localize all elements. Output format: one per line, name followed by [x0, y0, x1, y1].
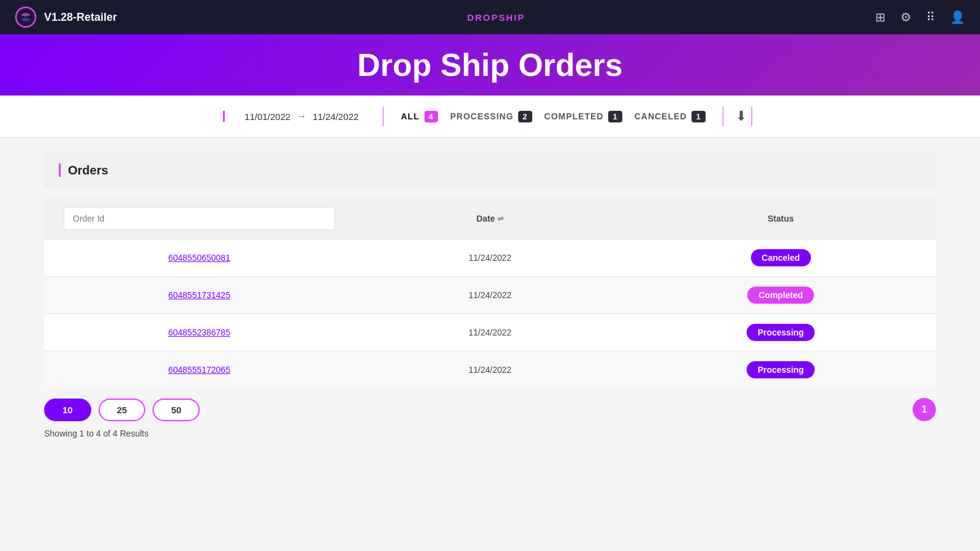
nav-center-label: DROPSHIP — [467, 12, 525, 23]
showing-text: Showing 1 to 4 of 4 Results — [44, 429, 936, 438]
status-badge: Completed — [747, 287, 813, 304]
table-body: 6048550650081 11/24/2022 Canceled 604855… — [44, 239, 936, 388]
cell-status: Canceled — [635, 239, 926, 276]
filter-tab-processing[interactable]: PROCESSING 2 — [450, 111, 532, 122]
per-page-50-button[interactable]: 50 — [153, 399, 200, 421]
top-navigation: V1.28-Retailer DROPSHIP ⊞ ⚙ ⠿ 👤 — [0, 0, 980, 34]
settings-icon[interactable]: ⚙ — [900, 10, 911, 24]
date-range-filter: 11/01/2022 → 11/24/2022 — [223, 111, 378, 122]
per-page-25-button[interactable]: 25 — [99, 399, 146, 421]
page-1-button[interactable]: 1 — [913, 398, 936, 421]
date-to[interactable]: 11/24/2022 — [312, 111, 358, 122]
nav-left: V1.28-Retailer — [15, 6, 117, 28]
filter-badge-canceled: 1 — [692, 111, 705, 122]
filter-badge-completed: 1 — [608, 111, 622, 122]
column-date: Date ⇌ — [345, 198, 636, 239]
column-status: Status — [635, 198, 926, 239]
cell-order-id: 6048552386785 — [54, 318, 345, 347]
filter-tab-all-label: ALL — [401, 111, 419, 121]
arrow-icon: → — [296, 111, 306, 122]
cell-date: 11/24/2022 — [345, 243, 636, 272]
main-content: Orders Date ⇌ Status 6048550650081 11/24… — [0, 138, 980, 453]
cell-status: Processing — [635, 314, 926, 351]
filter-tabs: ALL 4 PROCESSING 2 COMPLETED 1 CANCELED … — [388, 111, 717, 122]
cell-date: 11/24/2022 — [345, 318, 636, 347]
per-page-10-button[interactable]: 10 — [44, 399, 91, 421]
orders-panel-title: Orders — [59, 163, 108, 177]
table-header: Date ⇌ Status — [44, 198, 936, 239]
nav-right: ⊞ ⚙ ⠿ 👤 — [875, 10, 965, 24]
order-id-search-input[interactable] — [64, 207, 335, 230]
pagination-row: 10 25 50 1 — [44, 388, 936, 424]
order-id-link[interactable]: 6048555172065 — [168, 365, 230, 375]
filter-tab-processing-label: PROCESSING — [450, 111, 513, 121]
page-numbers: 1 — [913, 398, 936, 421]
status-badge: Processing — [747, 324, 815, 341]
table-row: 6048551731425 11/24/2022 Completed — [44, 276, 936, 313]
cell-order-id: 6048555172065 — [54, 355, 345, 384]
filter-tab-canceled-label: CANCELED — [635, 111, 687, 121]
svg-point-0 — [16, 7, 36, 27]
cell-date: 11/24/2022 — [345, 355, 636, 384]
cell-date: 11/24/2022 — [345, 280, 636, 310]
download-icon[interactable]: ⬇ — [736, 108, 747, 124]
logo-icon — [15, 6, 37, 28]
filter-tab-canceled[interactable]: CANCELED 1 — [635, 111, 706, 122]
page-header: Drop Ship Orders — [0, 34, 980, 96]
filter-tab-all[interactable]: ALL 4 — [401, 111, 437, 122]
filter-separator-2 — [723, 107, 723, 126]
filter-badge-processing: 2 — [518, 111, 532, 122]
date-from[interactable]: 11/01/2022 — [244, 111, 290, 122]
page-title: Drop Ship Orders — [357, 47, 622, 83]
filter-badge-all: 4 — [424, 111, 438, 122]
apps-icon[interactable]: ⠿ — [926, 10, 935, 24]
table-row: 6048552386785 11/24/2022 Processing — [44, 313, 936, 351]
filter-separator-3 — [752, 107, 752, 126]
order-id-link[interactable]: 6048550650081 — [168, 253, 230, 263]
per-page-buttons: 10 25 50 — [44, 399, 200, 421]
user-icon[interactable]: 👤 — [950, 10, 965, 24]
status-badge: Canceled — [751, 249, 811, 266]
order-id-link[interactable]: 6048552386785 — [168, 328, 230, 337]
table-row: 6048550650081 11/24/2022 Canceled — [44, 239, 936, 276]
filter-separator — [383, 107, 383, 126]
per-page-left: 10 25 50 — [44, 399, 200, 421]
table-row: 6048555172065 11/24/2022 Processing — [44, 351, 936, 388]
orders-table: Date ⇌ Status 6048550650081 11/24/2022 C… — [44, 198, 936, 388]
cell-order-id: 6048550650081 — [54, 243, 345, 272]
filters-bar: 11/01/2022 → 11/24/2022 ALL 4 PROCESSING… — [0, 96, 980, 138]
cell-status: Completed — [635, 277, 926, 313]
filter-tab-completed[interactable]: COMPLETED 1 — [545, 111, 622, 122]
order-id-link[interactable]: 6048551731425 — [168, 290, 230, 300]
app-title: V1.28-Retailer — [44, 11, 117, 24]
date-sort-icon[interactable]: ⇌ — [497, 214, 503, 223]
filter-tab-completed-label: COMPLETED — [545, 111, 604, 121]
column-order-id — [54, 198, 345, 239]
orders-panel: Orders — [44, 152, 936, 189]
table-icon[interactable]: ⊞ — [875, 10, 886, 24]
status-badge: Processing — [747, 361, 815, 378]
cell-order-id: 6048551731425 — [54, 280, 345, 310]
cell-status: Processing — [635, 351, 926, 388]
